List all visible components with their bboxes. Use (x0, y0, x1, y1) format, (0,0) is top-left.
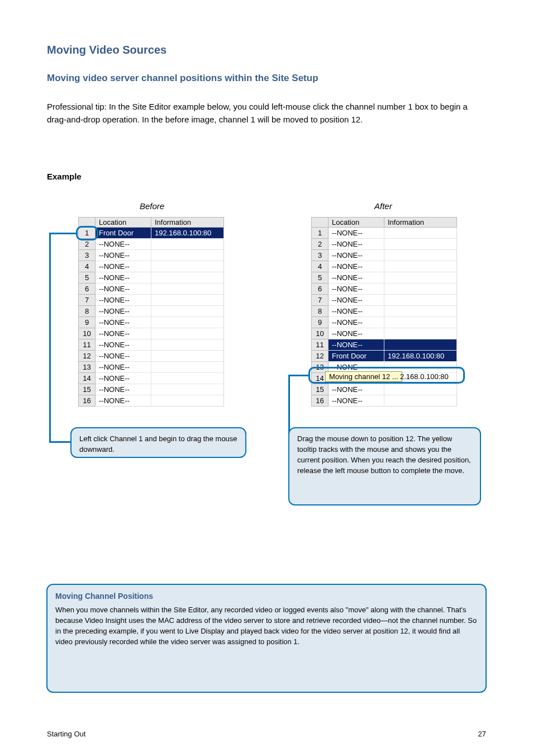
table-row[interactable]: 5--NONE-- (79, 272, 224, 284)
callout-bottom-title: Moving Channel Positions (55, 590, 478, 602)
table-row[interactable]: 2--NONE-- (312, 239, 457, 250)
table-row[interactable]: 7--NONE-- (312, 295, 457, 306)
table-row[interactable]: 9--NONE-- (79, 317, 224, 328)
section-subtitle: Moving video server channel positions wi… (47, 73, 318, 84)
table-row[interactable]: 16--NONE-- (312, 395, 457, 407)
table-row[interactable]: 16--NONE-- (79, 395, 224, 407)
connector-line (49, 233, 76, 234)
table-row[interactable]: 3--NONE-- (79, 250, 224, 261)
col-information[interactable]: Information (384, 218, 457, 228)
table-row[interactable]: 4--NONE-- (79, 261, 224, 272)
intro-paragraph: Professional tip: In the Site Editor exa… (47, 101, 483, 126)
col-location[interactable]: Location (329, 218, 384, 228)
highlight-row-12 (308, 367, 465, 384)
before-label: Before (140, 200, 164, 213)
table-row[interactable]: 2--NONE-- (79, 239, 224, 250)
table-row[interactable]: 10--NONE-- (79, 328, 224, 339)
highlight-channel-1 (76, 226, 98, 240)
col-location[interactable]: Location (96, 218, 151, 228)
channel-table-before[interactable]: Location Information 1 Front Door 192.16… (78, 217, 224, 407)
table-row[interactable]: 1--NONE-- (312, 228, 457, 239)
footer-left: Starting Out (47, 730, 85, 738)
table-row[interactable]: 5--NONE-- (312, 272, 457, 284)
callout-left: Left click Channel 1 and begin to drag t… (70, 427, 246, 458)
table-row[interactable]: 9--NONE-- (312, 317, 457, 328)
table-row[interactable]: 15--NONE-- (312, 384, 457, 395)
table-row[interactable]: 10--NONE-- (312, 328, 457, 339)
table-row[interactable]: 15--NONE-- (79, 384, 224, 395)
table-row[interactable]: 8--NONE-- (79, 306, 224, 317)
connector-line (49, 233, 51, 443)
table-row[interactable]: 6--NONE-- (79, 284, 224, 295)
table-row[interactable]: 13--NONE-- (79, 362, 224, 373)
table-row[interactable]: 4--NONE-- (312, 261, 457, 272)
table-row[interactable]: 12 Front Door 192.168.0.100:80 (312, 351, 457, 362)
table-row[interactable]: 12--NONE-- (79, 351, 224, 362)
table-row[interactable]: 6--NONE-- (312, 284, 457, 295)
example-heading: Example (47, 171, 82, 183)
table-row[interactable]: 11--NONE-- (79, 339, 224, 351)
connector-line (288, 375, 308, 376)
after-label: After (374, 200, 392, 213)
connector-line (49, 441, 72, 443)
table-row[interactable]: 8--NONE-- (312, 306, 457, 317)
table-row[interactable]: 7--NONE-- (79, 295, 224, 306)
col-information[interactable]: Information (151, 218, 224, 228)
callout-right: Drag the mouse down to position 12. The … (288, 427, 481, 505)
table-row[interactable]: 14--NONE-- (79, 373, 224, 384)
table-row[interactable]: 1 Front Door 192.168.0.100:80 (79, 228, 224, 239)
table-row[interactable]: 3--NONE-- (312, 250, 457, 261)
section-title: Moving Video Sources (47, 44, 166, 56)
footer-page-number: 27 (478, 730, 486, 738)
callout-bottom: Moving Channel Positions When you move c… (46, 584, 487, 693)
table-row[interactable]: 11--NONE-- (312, 339, 457, 351)
